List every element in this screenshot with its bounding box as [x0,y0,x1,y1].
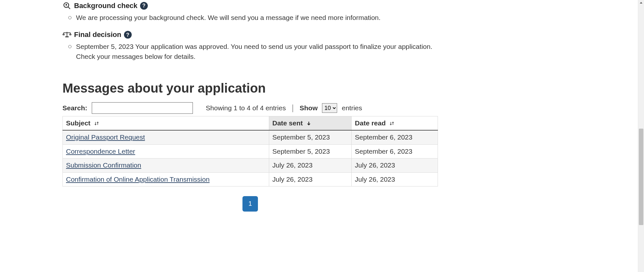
background-check-title: Background check [74,1,137,11]
date-sent-cell: July 26, 2023 [269,159,351,172]
date-read-cell: September 6, 2023 [352,144,438,158]
date-sent-cell: September 5, 2023 [269,144,351,158]
message-link[interactable]: Submission Confirmation [66,161,141,169]
messages-heading: Messages about your application [62,79,438,97]
final-decision-detail: September 5, 2023 Your application was a… [68,42,438,61]
pagination: 1 [62,196,438,212]
search-label: Search: [62,103,87,113]
svg-point-2 [66,4,67,5]
status-item-final-decision: Final decision ? September 5, 2023 Your … [62,30,438,61]
scrollbar[interactable] [638,0,644,224]
table-row: Correspondence LetterSeptember 5, 2023Se… [63,144,438,158]
divider: | [290,102,295,114]
table-row: Confirmation of Online Application Trans… [63,172,438,186]
search-input[interactable] [92,102,193,114]
help-icon[interactable]: ? [124,31,132,39]
table-controls: Search: Showing 1 to 4 of 4 entries | Sh… [62,102,438,114]
show-label: Show [299,103,317,113]
date-read-cell: July 26, 2023 [352,159,438,172]
message-link[interactable]: Correspondence Letter [66,148,135,155]
table-row: Original Passport RequestSeptember 5, 20… [63,130,438,144]
message-link[interactable]: Confirmation of Online Application Trans… [66,176,210,183]
magnifier-person-icon [62,2,71,10]
entries-label: entries [342,103,362,113]
date-sent-cell: September 5, 2023 [269,130,351,144]
scroll-up-arrow-icon[interactable] [638,0,644,6]
date-read-cell: July 26, 2023 [352,172,438,186]
sort-both-icon [94,121,99,126]
svg-rect-4 [64,32,71,33]
sort-both-icon [389,121,395,126]
final-decision-title: Final decision [74,30,121,40]
sort-desc-icon [306,121,312,126]
showing-text: Showing 1 to 4 of 4 entries [206,103,286,113]
entries-select[interactable]: 10 [322,103,337,113]
background-check-detail: We are processing your background check.… [68,13,438,23]
svg-rect-5 [65,37,69,38]
col-date-sent[interactable]: Date sent [269,116,351,130]
col-date-read[interactable]: Date read [352,116,438,130]
svg-line-1 [68,7,70,9]
scroll-thumb[interactable] [639,129,643,224]
help-icon[interactable]: ? [140,2,148,10]
scales-icon [62,31,71,39]
date-sent-cell: July 26, 2023 [269,172,351,186]
messages-table: Subject Date sent [62,116,438,186]
message-link[interactable]: Original Passport Request [66,133,145,141]
table-row: Submission ConfirmationJuly 26, 2023July… [63,159,438,172]
date-read-cell: September 6, 2023 [352,130,438,144]
status-item-background-check: Background check ? We are processing you… [62,1,438,23]
col-subject[interactable]: Subject [63,116,269,130]
page-button-1[interactable]: 1 [242,196,258,212]
